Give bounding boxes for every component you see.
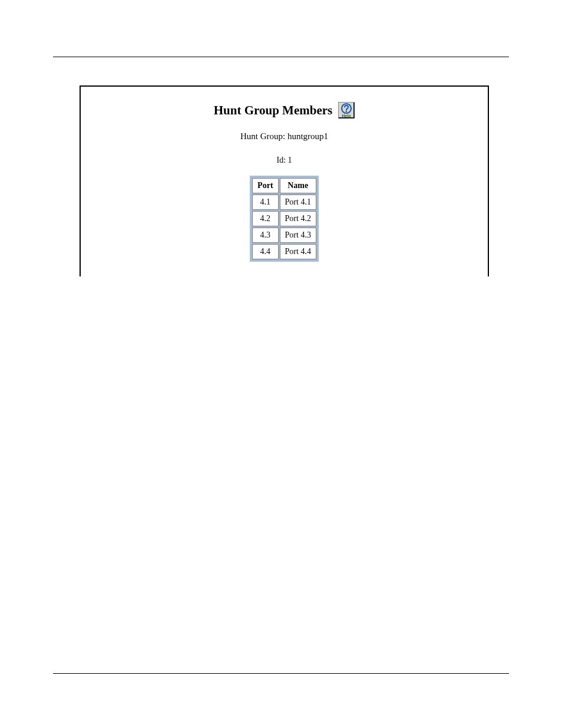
members-table: Port Name 4.1 Port 4.1 4.2 Port 4.2 4.3 (250, 176, 319, 262)
cell-port: 4.1 (252, 195, 278, 210)
cell-name: Port 4.1 (280, 195, 316, 210)
page-title: Hunt Group Members (214, 103, 332, 118)
cell-name: Port 4.3 (280, 228, 316, 243)
id-label: Id: 1 (81, 156, 488, 165)
bottom-divider (53, 673, 509, 674)
col-header-name: Name (280, 178, 316, 193)
cell-name: Port 4.2 (280, 211, 316, 226)
col-header-port: Port (252, 178, 278, 193)
table-row: 4.2 Port 4.2 (252, 211, 316, 226)
help-icon[interactable]: Help (338, 102, 355, 118)
svg-rect-1 (353, 103, 355, 118)
top-divider (53, 57, 509, 57)
cell-port: 4.3 (252, 228, 278, 243)
title-row: Hunt Group Members Help (81, 102, 488, 118)
cell-port: 4.4 (252, 244, 278, 259)
document-page: Hunt Group Members Help Hunt Group: hunt… (0, 0, 562, 728)
table-row: 4.3 Port 4.3 (252, 228, 316, 243)
table-header-row: Port Name (252, 178, 316, 193)
cell-port: 4.2 (252, 211, 278, 226)
svg-point-4 (346, 111, 347, 112)
hunt-group-label: Hunt Group: huntgroup1 (81, 131, 488, 141)
content-panel: Hunt Group Members Help Hunt Group: hunt… (80, 85, 489, 276)
table-row: 4.4 Port 4.4 (252, 244, 316, 259)
members-table-wrap: Port Name 4.1 Port 4.1 4.2 Port 4.2 4.3 (81, 176, 488, 262)
svg-text:Help: Help (342, 114, 351, 118)
cell-name: Port 4.4 (280, 244, 316, 259)
table-row: 4.1 Port 4.1 (252, 195, 316, 210)
